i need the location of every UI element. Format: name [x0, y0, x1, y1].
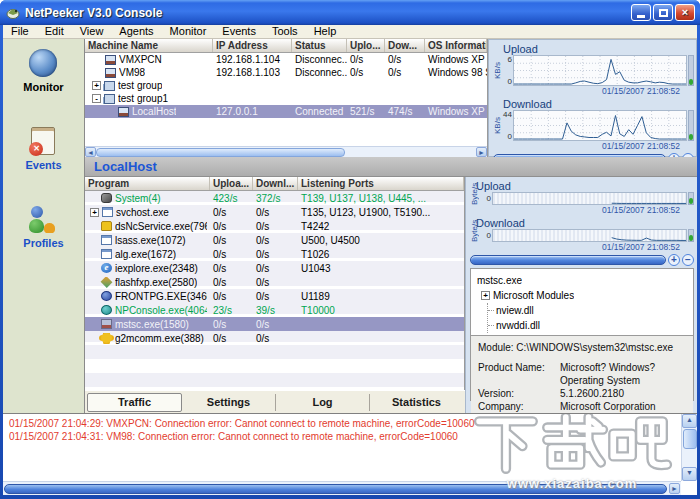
program-row[interactable]: dsNcService.exe(796)0/s0/sT4242	[85, 219, 464, 233]
menu-item-events[interactable]: Events	[214, 25, 264, 38]
zoom-out-icon[interactable]: −	[682, 254, 694, 266]
tree-root[interactable]: mstsc.exe	[477, 273, 687, 288]
upload-line-chart	[514, 56, 686, 85]
log-vscrollbar[interactable]: ▲ ▼	[681, 414, 697, 481]
machine-row[interactable]: VMXPCN192.168.1.104Disconnec...0/s0/sWin…	[85, 53, 487, 66]
column-header[interactable]: Status	[292, 39, 347, 52]
sidebar-item-monitor[interactable]: Monitor	[23, 49, 63, 93]
program-name: flashfxp.exe(2580)	[115, 277, 197, 288]
system-icon	[101, 193, 112, 203]
scroll-thumb[interactable]	[683, 429, 697, 449]
tab-log[interactable]: Log	[276, 394, 370, 411]
scale-slider[interactable]	[688, 55, 694, 86]
graph-time-scrollbar[interactable]: + −	[470, 254, 694, 266]
column-header[interactable]: Uplo...	[347, 39, 385, 52]
sidebar-item-events[interactable]: Events	[25, 127, 61, 171]
machine-row[interactable]: +test group	[85, 79, 487, 92]
slider-handle-icon[interactable]	[689, 79, 693, 85]
machine-status: Disconnec...	[292, 67, 347, 78]
machine-graphs-panel: Upload KB/s 60 01/15/2007 21:08:52 Downl…	[488, 39, 697, 157]
close-button[interactable]: ×	[675, 4, 695, 21]
column-header[interactable]: Dow...	[385, 39, 425, 52]
menu-item-help[interactable]: Help	[306, 25, 345, 38]
program-row[interactable]: lsass.exe(1072)0/s0/sU500, U4500	[85, 233, 464, 247]
program-row[interactable]: +svchost.exe0/s0/sT135, U123, U1900, T51…	[85, 205, 464, 219]
column-header[interactable]: Uploa...	[210, 177, 253, 190]
log-hscrollbar[interactable]: ►	[3, 481, 681, 495]
scale-slider[interactable]	[688, 192, 694, 205]
menu-item-tools[interactable]: Tools	[264, 25, 306, 38]
module-item[interactable]: nview.dll	[488, 303, 687, 318]
menu-item-monitor[interactable]: Monitor	[162, 25, 215, 38]
column-header[interactable]: Program	[85, 177, 210, 190]
program-row[interactable]: NPConsole.exe(4064)23/s39/sT10000	[85, 303, 464, 317]
program-name: alg.exe(1672)	[115, 249, 176, 260]
tab-traffic[interactable]: Traffic	[87, 393, 182, 412]
program-name-cell: dsNcService.exe(796)	[85, 221, 210, 232]
column-header[interactable]: Machine Name	[85, 39, 213, 52]
program-row[interactable]: alg.exe(1672)0/s0/sT1026	[85, 247, 464, 261]
zoom-in-icon[interactable]: +	[668, 254, 680, 266]
scroll-thumb[interactable]	[96, 148, 345, 157]
scroll-left-icon[interactable]: ◄	[85, 147, 96, 157]
column-header[interactable]: IP Address	[213, 39, 292, 52]
program-upload: 0/s	[210, 221, 253, 232]
window-icon	[101, 249, 112, 259]
expander-icon[interactable]: +	[90, 208, 99, 217]
module-item[interactable]: nvwddi.dll	[488, 318, 687, 333]
tab-statistics[interactable]: Statistics	[370, 394, 463, 411]
program-download: 0/s	[253, 249, 298, 260]
machine-row[interactable]: VM98192.168.1.103Disconnec...0/s0/sWindo…	[85, 66, 487, 79]
scroll-down-icon[interactable]: ▼	[682, 467, 697, 481]
program-row[interactable]: g2mcomm.exe(388)0/s0/s	[85, 331, 464, 345]
column-header[interactable]: Downl...	[253, 177, 298, 190]
title-bar[interactable]: NetPeeker V3.0 Console ×	[0, 0, 700, 25]
machine-os: Windows XP Professional	[425, 106, 487, 117]
machine-download-chart: Download KB/s 440 01/15/2007 21:08:52	[493, 97, 694, 152]
menu-item-view[interactable]: View	[72, 25, 112, 38]
program-row[interactable]: iexplore.exe(2348)0/s0/sU1043	[85, 261, 464, 275]
scale-slider[interactable]	[688, 110, 694, 141]
scroll-up-icon[interactable]: ▲	[682, 414, 697, 428]
column-header[interactable]: Listening Ports	[298, 177, 464, 190]
module-list: nview.dllnvwddi.dll	[487, 303, 687, 333]
program-row[interactable]: flashfxp.exe(2580)0/s0/s	[85, 275, 464, 289]
expander-icon[interactable]: +	[481, 291, 490, 300]
process-detail-panel: mstsc.exe + Microsoft Modules nview.dlln…	[470, 268, 694, 401]
menu-item-edit[interactable]: Edit	[37, 25, 72, 38]
field-value: Microsoft Corporation	[560, 400, 656, 413]
tree-group[interactable]: + Microsoft Modules	[477, 288, 687, 303]
indent	[88, 254, 101, 255]
menu-item-agents[interactable]: Agents	[111, 25, 161, 38]
minimize-button[interactable]	[631, 4, 651, 21]
sidebar-item-label: Events	[25, 159, 61, 171]
scroll-pill[interactable]	[470, 255, 666, 265]
scroll-right-icon[interactable]: ►	[476, 147, 487, 157]
scroll-thumb[interactable]	[4, 484, 667, 494]
frontpage-icon	[101, 291, 112, 301]
program-upload-chart: Upload Byte/s 0 01/15/2007 21:08:52	[470, 180, 694, 216]
scroll-right-icon[interactable]: ►	[669, 483, 680, 494]
scale-slider[interactable]	[688, 229, 694, 242]
indent	[88, 72, 105, 73]
program-row[interactable]: FRONTPG.EXE(3460)0/s0/sU1189	[85, 289, 464, 303]
maximize-button[interactable]	[653, 4, 673, 21]
machine-row[interactable]: LocalHost127.0.0.1Connected521/s474/sWin…	[85, 105, 487, 118]
expander-icon[interactable]: +	[92, 81, 101, 90]
sidebar-item-profiles[interactable]: Profiles	[23, 205, 63, 249]
slider-handle-icon[interactable]	[689, 198, 693, 204]
column-header[interactable]: OS Information	[425, 39, 487, 52]
tab-settings[interactable]: Settings	[182, 394, 276, 411]
y-axis-label: Byte/s	[470, 192, 479, 205]
menu-item-file[interactable]: File	[3, 25, 37, 38]
machines-hscrollbar[interactable]: ◄ ►	[85, 146, 487, 157]
machine-row[interactable]: -test group1	[85, 92, 487, 105]
program-row[interactable]: mstsc.exe(1580)0/s0/s	[85, 317, 464, 331]
program-row[interactable]: System(4)423/s372/sT139, U137, U138, U44…	[85, 191, 464, 205]
expander-icon[interactable]: -	[92, 94, 101, 103]
mstsc-icon	[101, 319, 112, 329]
field-label: Company:	[478, 400, 560, 413]
slider-handle-icon[interactable]	[689, 134, 693, 140]
program-name: mstsc.exe(1580)	[115, 319, 189, 330]
slider-handle-icon[interactable]	[689, 235, 693, 241]
